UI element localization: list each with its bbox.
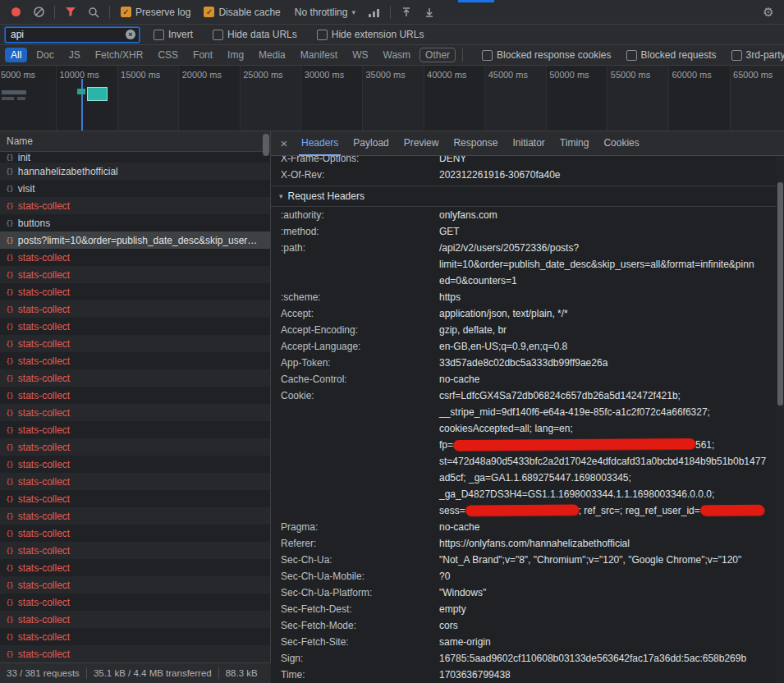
header-row: App-Token:33d57ade8c02dbc5a333db99ff9ae2… [271, 355, 777, 371]
clear-filter-icon[interactable]: × [126, 30, 135, 39]
type-filter-all[interactable]: All [5, 48, 27, 62]
request-row-stats-collect[interactable]: {}stats-collect [0, 404, 270, 421]
request-row-stats-collect[interactable]: {}stats-collect [0, 335, 270, 352]
throttling-dropdown[interactable]: No throttling ▾ [295, 7, 355, 18]
header-name: Cookie: [281, 387, 437, 404]
hide-data-urls-checkbox[interactable]: Hide data URLs [213, 29, 297, 40]
request-row-stats-collect[interactable]: {}stats-collect [0, 318, 270, 335]
record-icon [11, 7, 21, 16]
request-row-stats-collect[interactable]: {}stats-collect [0, 525, 270, 542]
timeline-tick-label: 20000 ms [182, 70, 222, 80]
filter-input[interactable]: api × [5, 27, 140, 43]
request-row-stats-collect[interactable]: {}stats-collect [0, 352, 270, 369]
filter-checkbox-blocked-response-cookies[interactable]: Blocked response cookies [482, 49, 611, 61]
timeline-gridline [546, 66, 547, 131]
waterfall-activity-bar [17, 97, 25, 100]
request-name: stats-collect [18, 649, 70, 660]
header-text: ?0 [439, 571, 450, 582]
filter-checkbox-blocked-requests[interactable]: Blocked requests [626, 49, 717, 61]
request-row-stats-collect[interactable]: {}stats-collect [0, 611, 270, 628]
request-row-stats-collect[interactable]: {}stats-collect [0, 387, 270, 404]
timeline-gridline [56, 66, 57, 131]
header-row: :authority:onlyfans.com [271, 207, 777, 223]
header-value: GET [439, 223, 777, 240]
type-filter-img[interactable]: Img [222, 48, 250, 62]
settings-button[interactable]: ⚙ [758, 2, 779, 22]
record-button[interactable] [5, 2, 26, 22]
tab-headers[interactable]: Headers [294, 131, 346, 156]
tab-response[interactable]: Response [446, 131, 505, 156]
request-row-stats-collect[interactable]: {}stats-collect [0, 266, 270, 283]
type-filter-fetch-xhr[interactable]: Fetch/XHR [89, 48, 149, 62]
request-row-stats-collect[interactable]: {}stats-collect [0, 421, 270, 438]
header-name: :method: [281, 223, 437, 240]
tab-payload[interactable]: Payload [346, 131, 396, 156]
json-file-icon: {} [6, 512, 13, 520]
request-name: stats-collect [18, 580, 70, 591]
header-value: cors [439, 617, 777, 634]
filter-toggle-button[interactable] [60, 2, 81, 22]
header-row: Sec-Ch-Ua-Platform:"Windows" [271, 584, 777, 601]
request-row-stats-collect[interactable]: {}stats-collect [0, 507, 270, 525]
type-filter-font[interactable]: Font [187, 48, 218, 62]
request-row-stats-collect[interactable]: {}stats-collect [0, 369, 270, 387]
request-row-stats-collect[interactable]: {}stats-collect [0, 594, 270, 611]
tab-timing[interactable]: Timing [552, 131, 597, 156]
request-row-stats-collect[interactable]: {}stats-collect [0, 490, 270, 507]
details-scrollbar-thumb[interactable] [777, 182, 783, 406]
type-filter-js[interactable]: JS [63, 48, 86, 62]
type-filter-doc[interactable]: Doc [30, 48, 59, 62]
request-row-stats-collect[interactable]: {}stats-collect [0, 300, 270, 318]
checkbox-icon [731, 50, 742, 61]
request-row-stats-collect[interactable]: {}stats-collect [0, 645, 270, 662]
request-row-stats-collect[interactable]: {}stats-collect [0, 456, 270, 473]
request-row-visit[interactable]: {}visit [0, 180, 270, 197]
disable-cache-checkbox[interactable]: Disable cache [204, 7, 280, 18]
type-filter-css[interactable]: CSS [152, 48, 184, 62]
request-row-stats-collect[interactable]: {}stats-collect [0, 628, 270, 645]
request-row-stats-collect[interactable]: {}stats-collect [0, 197, 270, 214]
type-filter-other[interactable]: Other [420, 48, 456, 62]
request-headers-section-header[interactable]: ▾ Request Headers [271, 186, 777, 207]
toolbar-divider [109, 6, 110, 19]
preserve-log-checkbox[interactable]: Preserve log [121, 7, 190, 18]
name-column-header[interactable]: Name [0, 131, 270, 152]
request-list-scrollbar[interactable] [263, 134, 269, 156]
request-row-stats-collect[interactable]: {}stats-collect [0, 473, 270, 490]
tab-cookies[interactable]: Cookies [596, 131, 646, 156]
request-name: stats-collect [18, 442, 70, 453]
request-row-buttons[interactable]: {}buttons [0, 214, 270, 231]
hide-extension-urls-checkbox[interactable]: Hide extension URLs [317, 29, 424, 40]
tab-preview[interactable]: Preview [397, 131, 447, 156]
type-filter-wasm[interactable]: Wasm [378, 48, 417, 62]
type-filter-media[interactable]: Media [253, 48, 291, 62]
request-row-stats-collect[interactable]: {}stats-collect [0, 283, 270, 300]
header-value-line: GET [439, 223, 777, 240]
timeline-overview[interactable]: 5000 ms10000 ms15000 ms20000 ms25000 ms3… [0, 66, 784, 131]
invert-checkbox[interactable]: Invert [154, 29, 193, 40]
request-row-posts-limit-10-order-publish-date-desc-s[interactable]: {}posts?limit=10&order=publish_date_desc… [0, 231, 270, 249]
close-details-button[interactable]: × [274, 136, 294, 150]
timeline-gridline [424, 66, 424, 131]
request-row-hannahelizabethofficial[interactable]: {}hannahelizabethofficial [0, 163, 270, 180]
request-row-stats-collect[interactable]: {}stats-collect [0, 576, 270, 594]
header-name: Sec-Fetch-Site: [281, 634, 437, 650]
type-filter-manifest[interactable]: Manifest [295, 48, 343, 62]
network-conditions-button[interactable] [364, 2, 385, 22]
type-filter-ws[interactable]: WS [346, 48, 374, 62]
export-har-button[interactable] [419, 2, 440, 22]
clear-button[interactable] [28, 2, 49, 22]
request-row-stats-collect[interactable]: {}stats-collect [0, 438, 270, 456]
details-scrollbar-track[interactable] [777, 156, 784, 683]
import-har-button[interactable] [396, 2, 417, 22]
request-row-init[interactable]: {}init [0, 152, 270, 163]
checkbox-icon [213, 30, 223, 40]
request-row-stats-collect[interactable]: {}stats-collect [0, 249, 270, 266]
request-row-stats-collect[interactable]: {}stats-collect [0, 559, 270, 576]
filter-checkbox-3rd-party-requests[interactable]: 3rd-party requests [731, 49, 784, 61]
request-name: stats-collect [18, 321, 70, 332]
checkbox-icon [482, 50, 493, 61]
tab-initiator[interactable]: Initiator [505, 131, 552, 156]
search-button[interactable] [83, 2, 104, 22]
request-row-stats-collect[interactable]: {}stats-collect [0, 542, 270, 559]
